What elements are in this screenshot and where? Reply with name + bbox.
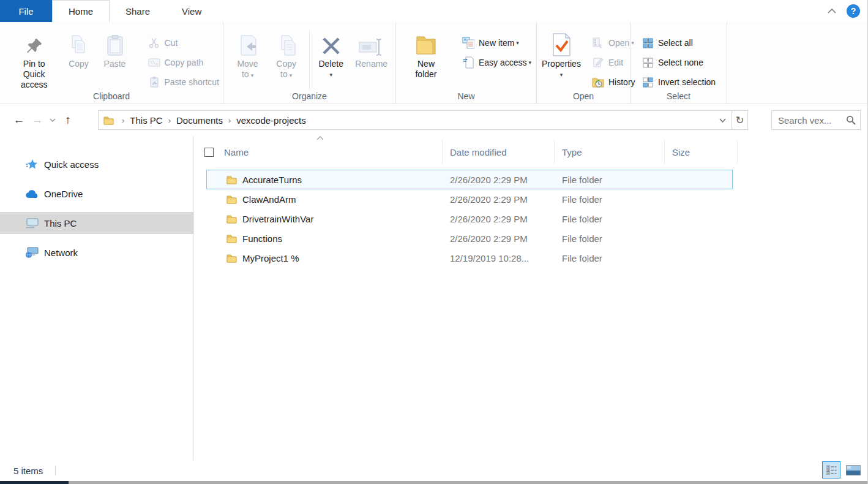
status-divider	[55, 466, 56, 475]
recent-locations-icon[interactable]	[47, 111, 59, 129]
properties-check-icon	[552, 29, 571, 56]
edit-pencil-icon	[592, 57, 604, 68]
invert-selection-button[interactable]: Invert selection	[638, 72, 719, 92]
easy-access-button[interactable]: Easy access ▾	[458, 53, 535, 72]
breadcrumb-vexcode-projects[interactable]: vexcode-projects	[235, 115, 307, 126]
ribbon-group-open: Properties▾ Open ▾	[537, 22, 630, 104]
back-button[interactable]: ←	[10, 111, 28, 129]
new-item-button[interactable]: New item ▾	[458, 33, 535, 53]
copy-icon	[69, 29, 88, 56]
file-date-modified: 2/26/2020 2:29 PM	[443, 233, 555, 244]
column-header-type[interactable]: Type	[554, 140, 664, 164]
quick-access-star-icon	[24, 159, 39, 170]
details-view-button[interactable]	[822, 461, 840, 478]
file-explorer-window: File Home Share View ? Pin to Quick acce…	[0, 0, 868, 484]
folder-icon	[226, 175, 237, 184]
file-row[interactable]: MyProject1 % 12/19/2019 10:28... File fo…	[206, 248, 868, 268]
address-dropdown-icon[interactable]	[713, 111, 731, 129]
column-header-name[interactable]: Name	[194, 140, 442, 164]
paste-shortcut-icon	[148, 77, 160, 88]
dropdown-caret-icon: ▾	[319, 70, 343, 80]
sidebar-item-onedrive[interactable]: OneDrive	[0, 183, 193, 205]
group-label-new: New	[396, 91, 536, 101]
file-name: MyProject1 %	[242, 253, 299, 263]
forward-button[interactable]: →	[28, 111, 47, 129]
dropdown-caret-icon: ▾	[516, 40, 519, 46]
file-name: AccurateTurns	[242, 175, 302, 185]
folder-icon	[226, 214, 237, 224]
group-label-organize: Organize	[223, 91, 395, 101]
select-none-button[interactable]: Select none	[638, 53, 719, 72]
open-icon	[592, 37, 604, 48]
large-icons-view-button[interactable]	[844, 461, 862, 478]
thumbnail-view-icon	[846, 465, 861, 475]
search-input[interactable]	[772, 115, 842, 126]
tab-file[interactable]: File	[0, 0, 52, 22]
file-type: File folder	[555, 194, 665, 205]
dropdown-caret-icon: ▾	[251, 72, 254, 78]
paste-shortcut-button[interactable]: Paste shortcut	[144, 72, 223, 92]
ribbon-group-organize: Move to▾ Copy to▾ Delete▾	[223, 22, 396, 104]
tab-view[interactable]: View	[166, 0, 217, 22]
ribbon: Pin to Quick access Copy	[0, 22, 867, 104]
up-button[interactable]: ↑	[59, 111, 77, 129]
file-name: ClawAndArm	[242, 194, 296, 205]
column-header-size[interactable]: Size	[664, 140, 738, 164]
sidebar-item-network[interactable]: Network	[0, 241, 193, 263]
select-all-checkbox[interactable]	[204, 148, 214, 157]
group-label-select: Select	[630, 91, 727, 101]
ribbon-group-clipboard: Pin to Quick access Copy	[0, 22, 223, 104]
select-none-icon	[642, 57, 654, 68]
ribbon-group-new: New folder New item ▾	[396, 22, 537, 104]
group-label-open: Open	[537, 91, 630, 101]
file-name: Functions	[242, 233, 282, 244]
easy-access-icon	[462, 57, 474, 68]
file-date-modified: 12/19/2019 10:28...	[443, 253, 555, 263]
minimize-ribbon-icon[interactable]	[826, 5, 838, 17]
invert-selection-icon	[642, 77, 654, 88]
search-box	[771, 110, 861, 130]
file-type: File folder	[555, 253, 665, 263]
dropdown-caret-icon: ▾	[542, 70, 581, 80]
tab-share[interactable]: Share	[110, 0, 166, 22]
file-type: File folder	[555, 214, 665, 224]
new-folder-icon	[414, 29, 438, 56]
help-icon[interactable]: ?	[847, 4, 860, 18]
window-bottom-edge	[0, 481, 867, 484]
tab-home[interactable]: Home	[52, 0, 110, 22]
file-row[interactable]: AccurateTurns 2/26/2020 2:29 PM File fol…	[206, 170, 733, 189]
column-header-date-modified[interactable]: Date modified	[442, 140, 554, 164]
refresh-icon[interactable]: ↻	[731, 111, 747, 129]
dropdown-caret-icon: ▾	[290, 72, 293, 78]
select-all-icon	[642, 37, 654, 48]
file-row[interactable]: ClawAndArm 2/26/2020 2:29 PM File folder	[206, 189, 868, 209]
address-folder-icon	[103, 116, 114, 125]
sidebar-item-this-pc[interactable]: This PC	[0, 212, 193, 234]
file-row[interactable]: Functions 2/26/2020 2:29 PM File folder	[206, 229, 868, 248]
paste-icon	[107, 29, 124, 56]
sidebar-item-quick-access[interactable]: Quick access	[0, 153, 193, 175]
sort-ascending-icon	[316, 136, 324, 140]
select-all-button[interactable]: Select all	[638, 33, 719, 53]
status-bar: 5 items	[0, 460, 867, 481]
breadcrumb-this-pc[interactable]: This PC	[129, 115, 163, 126]
folder-icon	[226, 195, 237, 204]
group-label-clipboard: Clipboard	[0, 91, 223, 101]
file-row[interactable]: DrivetrainWithVar 2/26/2020 2:29 PM File…	[206, 209, 868, 229]
navigation-bar: ← → ↑ › This PC › Documents › vexcode-pr…	[0, 104, 867, 136]
cut-button[interactable]: Cut	[144, 33, 223, 53]
copy-path-button[interactable]: Copy path	[144, 53, 223, 72]
file-date-modified: 2/26/2020 2:29 PM	[443, 214, 555, 224]
file-date-modified: 2/26/2020 2:29 PM	[443, 194, 555, 205]
item-count: 5 items	[13, 466, 43, 476]
address-bar[interactable]: › This PC › Documents › vexcode-projects…	[98, 110, 748, 130]
copy-to-icon	[277, 29, 296, 56]
breadcrumb-documents[interactable]: Documents	[175, 115, 224, 126]
network-icon	[24, 247, 39, 258]
file-name: DrivetrainWithVar	[242, 214, 313, 224]
move-to-icon	[239, 29, 257, 56]
file-list-pane: Name Date modified Type Size AccurateTur…	[194, 136, 868, 460]
copy-path-icon	[148, 57, 160, 68]
breadcrumb-separator-icon: ›	[164, 116, 175, 125]
search-icon[interactable]	[842, 115, 860, 125]
